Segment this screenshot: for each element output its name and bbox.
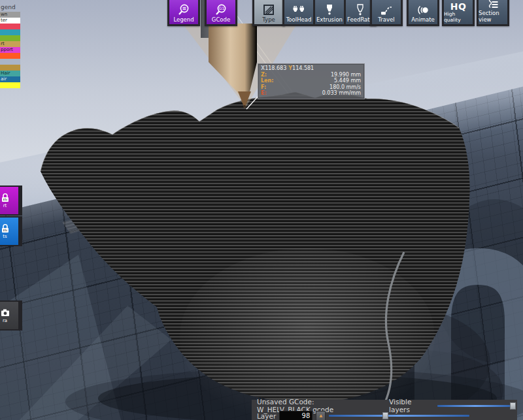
toolhead-icon [292, 5, 305, 16]
layer-spinner-up-button[interactable]: ▲ [316, 411, 326, 420]
slider-track[interactable] [437, 405, 514, 407]
lock-icon [0, 193, 10, 203]
tooltip-row: F:180.0 mm/s [261, 84, 361, 91]
hq-button[interactable]: HQ High quality [442, 0, 475, 26]
bottom-bar: Unsaved GCode: W_HELV_BLACK.gcode Visibl… [252, 400, 517, 420]
section-view-button[interactable]: Section view [477, 0, 509, 26]
visible-layers-slider[interactable] [437, 402, 514, 410]
legend-magnifier-icon [177, 3, 190, 16]
legend-item [0, 65, 20, 71]
locked-magenta-button[interactable]: rt [0, 186, 22, 216]
legend-panel: gend wnterrtpportHairair [0, 4, 20, 88]
locked-blue-button[interactable]: ts [0, 216, 22, 246]
layer-number-input[interactable]: 98 [279, 411, 312, 420]
gcode-tooltip: X118.683 Y114.581 Z:19.990 mmLen:5.449 m… [258, 63, 365, 99]
travel-button[interactable]: Travel [370, 0, 403, 26]
legend-item: ter [0, 18, 20, 24]
legend-item [0, 59, 20, 65]
extrusion-button[interactable]: Extrusion [315, 0, 344, 24]
layer-label: Layer [257, 412, 276, 420]
legend-item: air [0, 76, 20, 82]
side-button-label: ts [3, 234, 7, 239]
tooltip-row: E:0.033 mm/mm [261, 90, 361, 97]
visible-layers-label: Visible layers [389, 398, 433, 413]
view-mode-group: ToolHead Extrusion FeedRate [282, 0, 377, 26]
legend-item [0, 82, 20, 88]
gcode-button-label: GCode [212, 16, 230, 23]
legend-item [0, 24, 20, 29]
section-view-button-label: Section view [479, 10, 507, 23]
legend-item [0, 29, 20, 35]
camera-icon [0, 308, 10, 318]
hq-button-label: High quality [444, 11, 473, 23]
legend-button[interactable]: Legend [167, 0, 200, 26]
animate-button[interactable]: Animate [407, 0, 439, 26]
slider-track[interactable] [329, 415, 469, 417]
svg-text:G1: G1 [219, 6, 225, 10]
type-hatch-icon [263, 4, 275, 16]
camera-button[interactable]: ra [0, 300, 22, 331]
travel-icon [380, 5, 393, 16]
type-button-label: Type [262, 16, 275, 23]
legend-item [0, 35, 20, 41]
legend-header: gend [1, 4, 20, 10]
legend-item: wn [0, 12, 20, 18]
legend-item: pport [0, 47, 20, 53]
layer-slider[interactable] [329, 412, 469, 419]
viewport[interactable]: X118.683 Y114.581 Z:19.990 mmLen:5.449 m… [0, 0, 523, 420]
tooltip-row: Len:5.449 mm [261, 78, 361, 84]
travel-button-label: Travel [378, 16, 394, 23]
side-button-label: rt [3, 203, 7, 208]
toolhead-button-label: ToolHead [286, 16, 312, 23]
legend-button-label: Legend [173, 16, 194, 23]
legend-item [0, 53, 20, 59]
slider-handle[interactable] [382, 412, 388, 419]
gcode-magnifier-icon: G1 [214, 3, 228, 16]
extrusion-button-label: Extrusion [316, 16, 343, 23]
side-button-label: ra [3, 318, 7, 323]
tooltip-coords: X118.683 Y114.581 [261, 65, 361, 72]
gcode-button[interactable]: G1 GCode [205, 0, 237, 26]
feedrate-button-label: FeedRate [347, 16, 373, 23]
legend-item: Hair [0, 71, 20, 76]
animate-button-label: Animate [411, 16, 435, 23]
hq-icon: HQ [450, 3, 467, 11]
extrusion-icon [324, 4, 335, 16]
section-view-icon [486, 0, 499, 9]
feedrate-icon [354, 4, 366, 16]
slider-handle[interactable] [510, 402, 516, 410]
animate-icon [416, 5, 430, 16]
up-arrow-icon: ▲ [319, 413, 322, 417]
lock-icon [0, 223, 10, 234]
type-button[interactable]: Type [252, 0, 285, 26]
legend-item: rt [0, 41, 20, 47]
toolhead-button[interactable]: ToolHead [284, 0, 313, 24]
tooltip-row: Z:19.990 mm [261, 72, 361, 78]
